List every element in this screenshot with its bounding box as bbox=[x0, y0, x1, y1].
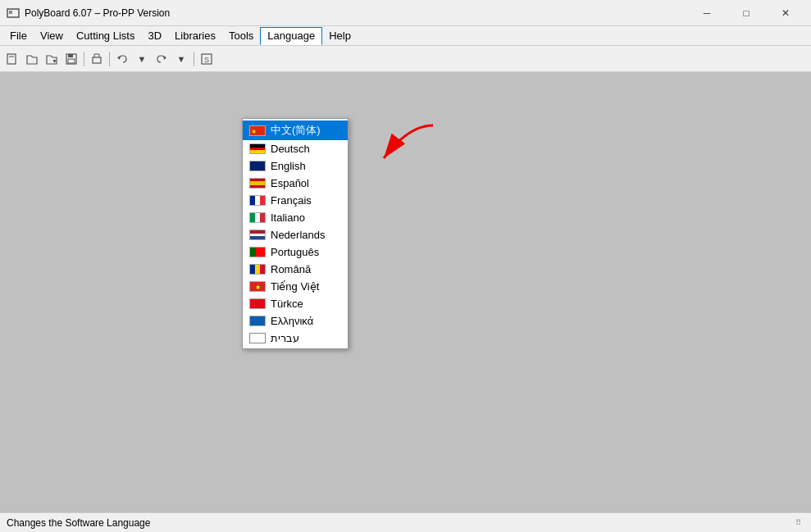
extra-button[interactable]: S bbox=[198, 50, 216, 68]
lang-item-de[interactable]: Deutsch bbox=[243, 140, 348, 157]
flag-vn bbox=[249, 281, 266, 292]
maximize-button[interactable]: □ bbox=[727, 0, 765, 26]
toolbar: ▼ ▼ ▼ S bbox=[0, 46, 811, 72]
redo-button[interactable] bbox=[153, 50, 171, 68]
toolbar-separator-1 bbox=[84, 52, 84, 66]
save-button[interactable] bbox=[62, 50, 80, 68]
svg-rect-1 bbox=[9, 11, 12, 14]
lang-item-nl[interactable]: Nederlands bbox=[243, 226, 348, 243]
close-button[interactable]: ✕ bbox=[767, 0, 804, 26]
status-bar: Changes the Software Language ⠿ bbox=[0, 512, 811, 532]
lang-item-vn[interactable]: Tiếng Việt bbox=[243, 278, 348, 295]
lang-item-fr[interactable]: Français bbox=[243, 192, 348, 209]
lang-label-fr: Français bbox=[271, 194, 312, 207]
menu-libraries[interactable]: Libraries bbox=[168, 27, 222, 45]
menu-view[interactable]: View bbox=[34, 27, 70, 45]
minimize-button[interactable]: ─ bbox=[688, 0, 726, 26]
flag-fr bbox=[249, 195, 266, 206]
flag-tr bbox=[249, 298, 266, 309]
lang-label-de: Deutsch bbox=[271, 143, 310, 155]
flag-pt bbox=[249, 247, 266, 257]
menu-bar: File View Cutting Lists 3D Libraries Too… bbox=[0, 26, 811, 46]
lang-item-tr[interactable]: Türkce bbox=[243, 295, 348, 312]
open-button[interactable] bbox=[23, 50, 41, 68]
lang-item-en[interactable]: English bbox=[243, 157, 348, 175]
lang-label-pt: Português bbox=[271, 246, 319, 258]
flag-ro bbox=[249, 264, 266, 275]
svg-rect-8 bbox=[93, 57, 101, 63]
open-recent-button[interactable]: ▼ bbox=[43, 50, 61, 68]
flag-it bbox=[249, 212, 266, 223]
lang-label-ro: Română bbox=[271, 263, 311, 275]
flag-gr bbox=[249, 316, 266, 326]
app-icon bbox=[7, 7, 20, 20]
title-bar: PolyBoard 6.07 – Pro-PP Version ─ □ ✕ bbox=[0, 0, 811, 26]
window-title: PolyBoard 6.07 – Pro-PP Version bbox=[25, 7, 688, 19]
flag-cn bbox=[249, 125, 266, 136]
main-content: 中文(简体) Deutsch English Español Français … bbox=[0, 72, 811, 512]
new-button[interactable] bbox=[3, 50, 21, 68]
menu-help[interactable]: Help bbox=[322, 27, 358, 45]
language-dropdown: 中文(简体) Deutsch English Español Français … bbox=[242, 118, 349, 349]
flag-il bbox=[249, 333, 266, 343]
lang-label-nl: Nederlands bbox=[271, 229, 326, 241]
status-bar-right: ⠿ bbox=[791, 516, 804, 530]
lang-label-tr: Türkce bbox=[271, 298, 303, 310]
lang-item-ro[interactable]: Română bbox=[243, 261, 348, 278]
lang-item-zh[interactable]: 中文(简体) bbox=[243, 120, 348, 140]
lang-label-it: Italiano bbox=[271, 211, 305, 224]
lang-label-gr: Ελληνικά bbox=[271, 315, 313, 327]
lang-label-vn: Tiếng Việt bbox=[271, 280, 319, 293]
status-text: Changes the Software Language bbox=[7, 517, 150, 529]
toolbar-separator-2 bbox=[109, 52, 110, 66]
window-controls: ─ □ ✕ bbox=[688, 0, 804, 26]
lang-item-pt[interactable]: Português bbox=[243, 243, 348, 261]
svg-rect-7 bbox=[68, 59, 75, 63]
svg-marker-10 bbox=[163, 56, 166, 60]
svg-rect-6 bbox=[68, 54, 73, 57]
arrow-annotation bbox=[343, 121, 441, 171]
lang-item-gr[interactable]: Ελληνικά bbox=[243, 312, 348, 330]
svg-marker-9 bbox=[117, 56, 121, 60]
svg-rect-2 bbox=[7, 54, 16, 64]
undo-button[interactable] bbox=[113, 50, 131, 68]
toolbar-separator-3 bbox=[194, 52, 194, 66]
flag-de bbox=[249, 143, 266, 154]
menu-file[interactable]: File bbox=[3, 27, 34, 45]
lang-item-it[interactable]: Italiano bbox=[243, 209, 348, 226]
lang-label-il: עברית bbox=[271, 332, 299, 344]
flag-gb bbox=[249, 161, 266, 171]
menu-tools[interactable]: Tools bbox=[222, 27, 260, 45]
redo-dropdown-button[interactable]: ▼ bbox=[172, 50, 190, 68]
lang-label-zh: 中文(简体) bbox=[271, 123, 321, 138]
menu-language[interactable]: Language bbox=[260, 27, 322, 45]
resize-grip: ⠿ bbox=[791, 516, 804, 530]
menu-cutting-lists[interactable]: Cutting Lists bbox=[70, 27, 142, 45]
lang-label-en: English bbox=[271, 160, 306, 172]
flag-es bbox=[249, 178, 266, 189]
lang-item-il[interactable]: עברית bbox=[243, 330, 348, 347]
print-button[interactable] bbox=[88, 50, 106, 68]
svg-text:▼: ▼ bbox=[52, 58, 57, 64]
flag-nl bbox=[249, 230, 266, 240]
svg-text:S: S bbox=[204, 56, 209, 64]
menu-3d[interactable]: 3D bbox=[141, 27, 168, 45]
undo-dropdown-button[interactable]: ▼ bbox=[133, 50, 151, 68]
lang-label-es: Español bbox=[271, 177, 309, 189]
lang-item-es[interactable]: Español bbox=[243, 175, 348, 192]
